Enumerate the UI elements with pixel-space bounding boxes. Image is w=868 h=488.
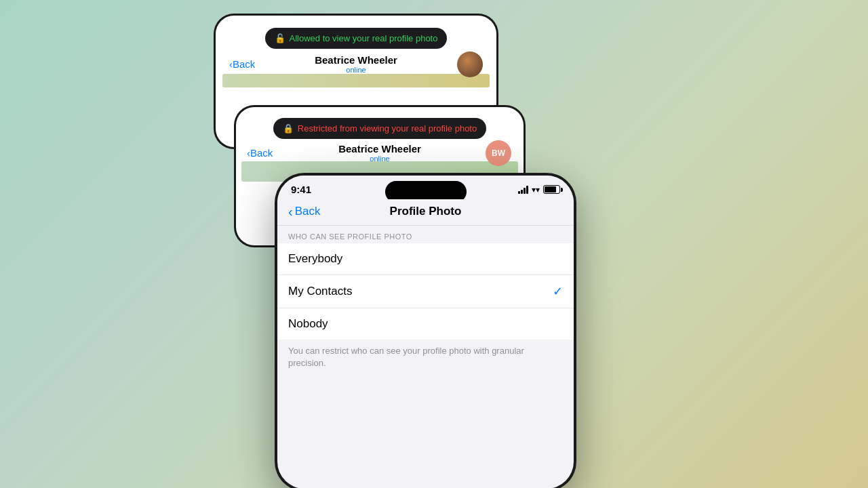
lock-icon: 🔒	[283, 123, 294, 134]
section-label: WHO CAN SEE PROFILE PHOTO	[277, 226, 574, 243]
back1-nav-title: Beatrice Wheeler online	[315, 54, 397, 74]
option-everybody[interactable]: Everybody	[277, 243, 574, 275]
option-my-contacts[interactable]: My Contacts ✓	[277, 275, 574, 308]
wifi-icon: ▾▾	[532, 185, 540, 195]
allowed-banner: 🔓 Allowed to view your real profile phot…	[265, 28, 448, 49]
lock-open-icon: 🔓	[275, 33, 285, 43]
front-nav-bar: ‹ Back Profile Photo	[277, 199, 574, 226]
restricted-banner: 🔒 Restricted from viewing your real prof…	[273, 118, 486, 139]
mid-back-label: Back	[250, 147, 273, 159]
selected-checkmark: ✓	[553, 284, 563, 299]
settings-footer: You can restrict who can see your profil…	[277, 340, 574, 375]
contact-avatar-photo	[457, 52, 483, 77]
allowed-banner-text: Allowed to view your real profile photo	[290, 33, 438, 43]
chevron-left-icon-front: ‹	[288, 205, 293, 218]
back1-back-button[interactable]: ‹ Back	[229, 58, 255, 70]
signal-icon	[518, 186, 528, 194]
back1-nav-bar: ‹ Back Beatrice Wheeler online	[222, 54, 490, 74]
restricted-banner-text: Restricted from viewing your real profil…	[298, 123, 477, 134]
option-my-contacts-label: My Contacts	[288, 285, 352, 298]
mid-contact-name: Beatrice Wheeler	[338, 143, 421, 155]
status-bar: 9:41 ▾▾	[277, 176, 574, 199]
contact-avatar-initials: BW	[486, 140, 511, 166]
header-gradient	[222, 74, 490, 87]
status-icons: ▾▾	[518, 185, 560, 195]
scene: 🔓 Allowed to view your real profile phot…	[200, 7, 668, 481]
mid-nav-title: Beatrice Wheeler online	[338, 143, 421, 163]
avatar-initials-text: BW	[492, 148, 505, 158]
mid-nav-bar: ‹ Back Beatrice Wheeler online BW	[241, 144, 518, 161]
option-nobody[interactable]: Nobody	[277, 308, 574, 340]
front-back-label: Back	[295, 205, 321, 218]
mid-back-button[interactable]: ‹ Back	[247, 147, 273, 159]
mid-online-status: online	[338, 155, 421, 163]
option-everybody-label: Everybody	[288, 252, 342, 266]
status-time: 9:41	[291, 184, 311, 195]
back1-back-label: Back	[233, 58, 255, 70]
battery-icon	[543, 185, 560, 194]
front-page-title: Profile Photo	[390, 205, 462, 218]
back1-contact-name: Beatrice Wheeler	[315, 54, 397, 66]
phone-front-settings: 9:41 ▾▾ ‹ Back Profile Ph	[275, 173, 576, 488]
back1-online-status: online	[315, 66, 397, 74]
privacy-options-group: Everybody My Contacts ✓ Nobody	[277, 243, 574, 340]
front-back-button[interactable]: ‹ Back	[288, 205, 320, 218]
option-nobody-label: Nobody	[288, 317, 328, 331]
